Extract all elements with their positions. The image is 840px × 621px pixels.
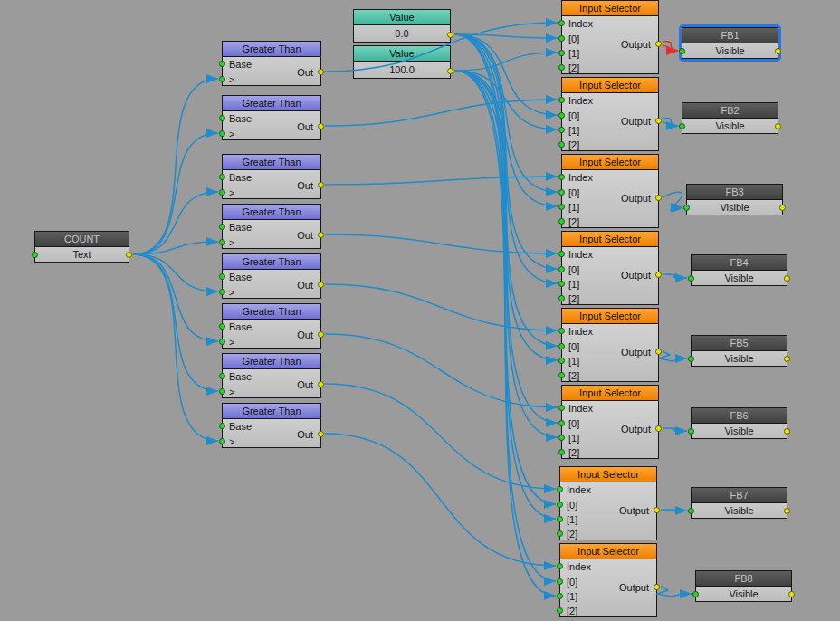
input-port-index[interactable] xyxy=(558,405,565,411)
input-port-in1[interactable] xyxy=(557,516,563,522)
output-port[interactable] xyxy=(447,32,453,38)
input-port[interactable] xyxy=(683,205,690,211)
output-port[interactable] xyxy=(318,331,324,338)
node-is1[interactable]: Input SelectorIndex[0][1][2]Output xyxy=(561,0,659,74)
input-port-gt[interactable] xyxy=(219,76,225,82)
node-graph-canvas[interactable]: COUNTTextValue0.0Value100.0Greater ThanB… xyxy=(0,0,840,621)
node-is3[interactable]: Input SelectorIndex[0][1][2]Output xyxy=(561,154,659,228)
input-port-in2[interactable] xyxy=(558,218,565,225)
input-port-in0[interactable] xyxy=(558,189,565,196)
node-fb6[interactable]: FB6Visible xyxy=(691,407,788,439)
node-is4[interactable]: Input SelectorIndex[0][1][2]Output xyxy=(561,231,659,305)
node-is8[interactable]: Input SelectorIndex[0][1][2]Output xyxy=(559,543,657,617)
input-port-gt[interactable] xyxy=(219,239,225,245)
node-is2[interactable]: Input SelectorIndex[0][1][2]Output xyxy=(561,77,659,151)
node-gt1[interactable]: Greater ThanBase>Out xyxy=(222,41,321,86)
input-port-in0[interactable] xyxy=(558,266,565,272)
input-port-in0[interactable] xyxy=(558,112,565,119)
node-is5[interactable]: Input SelectorIndex[0][1][2]Output xyxy=(561,308,659,382)
output-port[interactable] xyxy=(655,425,662,432)
input-port-in0[interactable] xyxy=(558,420,565,426)
output-port[interactable] xyxy=(447,68,453,74)
input-port-base[interactable] xyxy=(219,423,225,429)
output-port[interactable] xyxy=(775,123,781,129)
input-port-in1[interactable] xyxy=(558,358,565,364)
node-gt8[interactable]: Greater ThanBase>Out xyxy=(222,403,321,448)
output-port[interactable] xyxy=(655,195,662,201)
input-port[interactable] xyxy=(688,356,694,362)
output-port[interactable] xyxy=(654,584,660,590)
input-port-in1[interactable] xyxy=(557,593,563,599)
output-port[interactable] xyxy=(318,282,324,288)
input-port-in0[interactable] xyxy=(558,35,565,42)
input-port-index[interactable] xyxy=(557,563,563,569)
input-port-base[interactable] xyxy=(219,115,225,121)
output-port[interactable] xyxy=(655,272,662,278)
output-port[interactable] xyxy=(318,69,324,75)
input-port-base[interactable] xyxy=(219,273,225,280)
input-port-base[interactable] xyxy=(219,323,225,330)
output-port[interactable] xyxy=(318,381,324,387)
output-port[interactable] xyxy=(655,349,662,355)
input-port-in2[interactable] xyxy=(558,295,565,301)
input-port[interactable] xyxy=(692,591,699,597)
input-port-in0[interactable] xyxy=(558,343,565,349)
input-port-in2[interactable] xyxy=(558,64,565,71)
input-port-base[interactable] xyxy=(219,174,225,180)
output-port[interactable] xyxy=(784,356,790,362)
input-port-gt[interactable] xyxy=(219,388,225,395)
input-port-gt[interactable] xyxy=(219,438,225,444)
output-port[interactable] xyxy=(654,507,660,513)
input-port-in2[interactable] xyxy=(558,449,565,455)
node-gt4[interactable]: Greater ThanBase>Out xyxy=(222,204,321,249)
input-port-index[interactable] xyxy=(558,251,565,257)
node-fb7[interactable]: FB7Visible xyxy=(691,487,788,519)
node-gt3[interactable]: Greater ThanBase>Out xyxy=(222,154,321,199)
input-port-in1[interactable] xyxy=(558,435,565,441)
input-port-index[interactable] xyxy=(558,328,565,334)
node-gt6[interactable]: Greater ThanBase>Out xyxy=(222,303,321,349)
node-v0[interactable]: Value0.0 xyxy=(353,9,451,43)
output-port[interactable] xyxy=(318,232,324,238)
output-port[interactable] xyxy=(775,48,781,54)
input-port-index[interactable] xyxy=(557,486,563,492)
input-port[interactable] xyxy=(679,48,685,54)
node-gt7[interactable]: Greater ThanBase>Out xyxy=(222,353,321,398)
output-port[interactable] xyxy=(126,252,132,258)
input-port-in2[interactable] xyxy=(558,372,565,378)
node-gt2[interactable]: Greater ThanBase>Out xyxy=(222,95,321,140)
input-port[interactable] xyxy=(679,123,685,129)
output-port[interactable] xyxy=(784,428,790,435)
node-fb3[interactable]: FB3Visible xyxy=(686,184,783,215)
input-port-in2[interactable] xyxy=(557,530,563,537)
output-port[interactable] xyxy=(784,508,790,514)
node-is7[interactable]: Input SelectorIndex[0][1][2]Output xyxy=(559,466,657,540)
input-port[interactable] xyxy=(32,252,38,258)
output-port[interactable] xyxy=(655,118,662,124)
input-port-base[interactable] xyxy=(219,224,225,230)
input-port-in1[interactable] xyxy=(558,204,565,210)
input-port-gt[interactable] xyxy=(219,289,225,295)
node-fb2[interactable]: FB2Visible xyxy=(682,102,778,134)
output-port[interactable] xyxy=(318,123,324,129)
input-port[interactable] xyxy=(688,508,694,514)
node-v100[interactable]: Value100.0 xyxy=(353,45,451,79)
output-port[interactable] xyxy=(788,591,795,597)
input-port-index[interactable] xyxy=(558,97,565,103)
input-port-index[interactable] xyxy=(558,20,565,26)
input-port[interactable] xyxy=(688,428,694,435)
output-port[interactable] xyxy=(784,275,790,282)
node-is6[interactable]: Input SelectorIndex[0][1][2]Output xyxy=(561,385,659,459)
node-fb4[interactable]: FB4Visible xyxy=(691,254,788,286)
input-port-in0[interactable] xyxy=(557,502,563,508)
input-port-in2[interactable] xyxy=(558,141,565,148)
node-fb1[interactable]: FB1Visible xyxy=(682,27,778,59)
input-port-in1[interactable] xyxy=(558,50,565,56)
node-count[interactable]: COUNTText xyxy=(34,231,129,263)
input-port-gt[interactable] xyxy=(219,339,225,345)
input-port-gt[interactable] xyxy=(219,189,225,196)
input-port-in1[interactable] xyxy=(558,281,565,287)
output-port[interactable] xyxy=(655,41,662,47)
output-port[interactable] xyxy=(779,205,786,211)
node-gt5[interactable]: Greater ThanBase>Out xyxy=(222,253,321,299)
